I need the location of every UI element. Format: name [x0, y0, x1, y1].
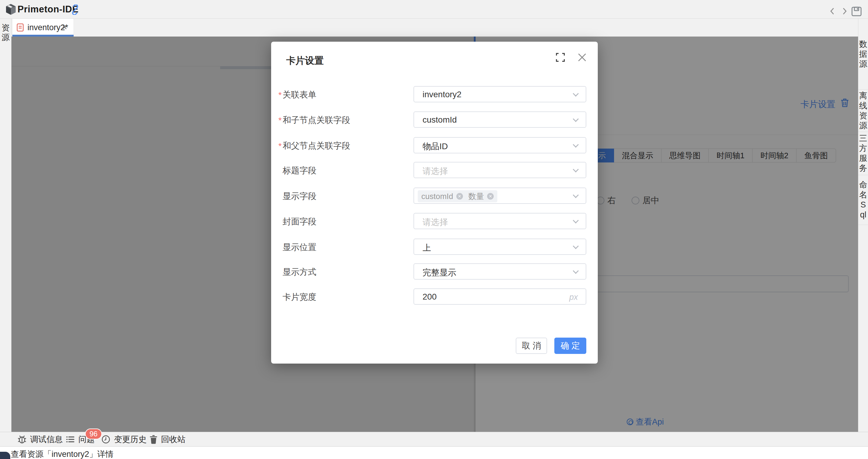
- sidebar-item-thirdparty-services[interactable]: 三方服务: [858, 132, 868, 175]
- child-link-field-select[interactable]: customId: [413, 111, 586, 128]
- sidebar-item-datasource[interactable]: 数据源: [858, 19, 868, 90]
- title-field-select[interactable]: 请选择: [413, 162, 586, 178]
- title-bar: Primeton-IDE: [0, 0, 868, 19]
- chevron-down-icon: [573, 116, 579, 122]
- form-row-related-form: * 关联表单 inventory2: [271, 86, 598, 103]
- chevron-down-icon: [573, 192, 579, 198]
- field-label: 显示位置: [283, 241, 316, 253]
- chevron-down-icon: [573, 243, 579, 249]
- close-icon[interactable]: [578, 53, 587, 62]
- field-label: 显示方式: [283, 266, 316, 278]
- related-form-select[interactable]: inventory2: [413, 86, 586, 103]
- chevron-down-icon: [573, 268, 579, 274]
- required-mark: *: [278, 116, 282, 125]
- sidebar-item-offline-resources[interactable]: 离线资源: [858, 90, 868, 132]
- chevron-down-icon: [573, 218, 579, 224]
- recycle-bin-button[interactable]: 回收站: [150, 432, 185, 447]
- form-row-parent-link-field: * 和父节点关联字段 物品ID: [271, 137, 598, 153]
- tab-strip: inventory2* ×: [11, 19, 858, 36]
- field-label: 卡片宽度: [283, 291, 316, 303]
- field-label: 标题字段: [283, 165, 316, 176]
- form-file-icon: [17, 23, 24, 33]
- sidebar-item-resources[interactable]: 资源: [1, 23, 10, 42]
- list-icon: [66, 435, 75, 444]
- fullscreen-icon[interactable]: [556, 53, 565, 62]
- form-row-title-field: 标题字段 请选择: [271, 162, 598, 178]
- parent-link-field-select[interactable]: 物品ID: [413, 137, 586, 153]
- field-label: 关联表单: [283, 89, 316, 101]
- field-tag: customId✕: [418, 190, 467, 202]
- app-title: Primeton-IDE: [18, 4, 79, 15]
- status-text: 查看资源「inventory2」详情: [11, 449, 114, 459]
- change-history-button[interactable]: 变更历史: [101, 432, 147, 447]
- nav-forward-icon[interactable]: [841, 7, 848, 16]
- display-fields-multiselect[interactable]: customId✕ 数量✕: [413, 188, 586, 204]
- chevron-down-icon: [573, 142, 579, 148]
- right-sidebar: 数据源 离线资源 三方服务 命名Sql: [858, 19, 868, 432]
- bottom-toolbar: 调试信息 问题 96 变更历史: [0, 432, 868, 446]
- field-label: 和父节点关联字段: [283, 140, 350, 151]
- chevron-down-icon: [573, 166, 579, 172]
- clock-icon: [101, 435, 111, 444]
- chevron-down-icon: [573, 91, 579, 97]
- remove-tag-icon[interactable]: ✕: [456, 193, 463, 200]
- debug-info-button[interactable]: 调试信息: [18, 432, 63, 447]
- display-mode-select[interactable]: 完整显示: [413, 263, 586, 280]
- form-row-display-fields: 显示字段 customId✕ 数量✕: [271, 188, 598, 204]
- corner-widget: [0, 452, 10, 459]
- confirm-button[interactable]: 确 定: [554, 338, 586, 354]
- tab-close-icon[interactable]: ×: [62, 22, 67, 32]
- unit-suffix: px: [569, 293, 578, 302]
- field-tag: 数量✕: [465, 190, 497, 202]
- app-logo-icon: [5, 3, 16, 17]
- card-width-input[interactable]: 200 px: [413, 288, 586, 305]
- tab-inventory2[interactable]: inventory2* ×: [12, 19, 74, 36]
- save-icon[interactable]: [851, 6, 862, 18]
- nav-back-icon[interactable]: [829, 7, 836, 16]
- trash-icon: [150, 435, 157, 444]
- card-settings-dialog: 卡片设置 * 关联表单 inventory2 * 和子节点关联字段 custom…: [271, 42, 598, 364]
- ide-window: Primeton-IDE 资源: [0, 0, 868, 459]
- remove-tag-icon[interactable]: ✕: [487, 193, 494, 200]
- link-icon[interactable]: [70, 4, 80, 16]
- form-row-card-width: 卡片宽度 200 px: [271, 288, 598, 305]
- sidebar-item-named-sql[interactable]: 命名Sql: [858, 175, 868, 225]
- cancel-button[interactable]: 取 消: [516, 338, 547, 354]
- field-label: 和子节点关联字段: [283, 114, 350, 126]
- bug-icon: [18, 435, 27, 444]
- field-label: 封面字段: [283, 216, 316, 227]
- form-row-cover-field: 封面字段 请选择: [271, 213, 598, 229]
- status-bar: 查看资源「inventory2」详情: [0, 446, 868, 459]
- field-label: 显示字段: [283, 191, 316, 202]
- dialog-title: 卡片设置: [286, 54, 323, 67]
- cover-field-select[interactable]: 请选择: [413, 213, 586, 229]
- problems-count-badge: 96: [85, 429, 102, 439]
- form-row-child-link-field: * 和子节点关联字段 customId: [271, 111, 598, 128]
- required-mark: *: [278, 141, 282, 151]
- left-sidebar: 资源: [0, 19, 11, 432]
- form-row-display-position: 显示位置 上: [271, 238, 598, 255]
- display-position-select[interactable]: 上: [413, 238, 586, 255]
- form-row-display-mode: 显示方式 完整显示: [271, 263, 598, 280]
- required-mark: *: [278, 90, 282, 100]
